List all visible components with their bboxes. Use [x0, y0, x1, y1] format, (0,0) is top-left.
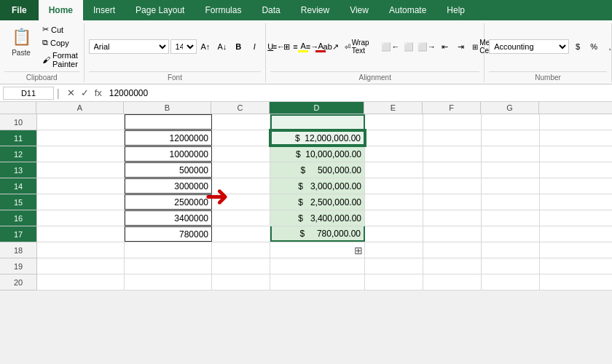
cell-e15[interactable] — [365, 194, 423, 210]
paste-options-icon[interactable]: ⊞ — [354, 245, 363, 256]
row-num-13[interactable]: 13 — [0, 162, 36, 178]
orientation-button[interactable]: ab↗ — [322, 39, 340, 54]
col-header-f[interactable]: F — [423, 102, 481, 114]
row-num-14[interactable]: 14 — [0, 178, 36, 194]
col-header-a[interactable]: A — [36, 102, 124, 114]
tab-file[interactable]: File — [0, 0, 39, 20]
col-header-c[interactable]: C — [211, 102, 270, 114]
indent-increase-button[interactable]: ⇥ — [453, 39, 468, 54]
align-top-right-button[interactable]: ≡→ — [304, 39, 320, 54]
cell-f18[interactable] — [423, 242, 482, 258]
cell-b13[interactable]: 500000 — [125, 162, 212, 178]
align-center-button[interactable]: ⬜ — [401, 39, 416, 54]
cell-d18[interactable]: ⊞ — [270, 242, 365, 258]
cell-d15[interactable]: $ 2,500,000.00 — [270, 194, 365, 210]
cell-c12[interactable] — [212, 146, 270, 162]
row-num-10[interactable]: 10 — [0, 114, 36, 130]
cell-d11[interactable]: $ 12,000,000.00 — [270, 130, 365, 146]
col-header-g[interactable]: G — [481, 102, 539, 114]
cell-d20[interactable] — [270, 274, 365, 290]
cell-g18[interactable] — [482, 242, 540, 258]
cell-b17[interactable]: 780000 — [125, 226, 212, 242]
cell-f19[interactable] — [423, 258, 482, 274]
paste-button[interactable]: 📋 Paste — [4, 23, 38, 59]
row-num-20[interactable]: 20 — [0, 274, 36, 290]
cell-d19[interactable] — [270, 258, 365, 274]
cell-a20[interactable] — [37, 274, 125, 290]
row-num-12[interactable]: 12 — [0, 146, 36, 162]
cell-e16[interactable] — [365, 210, 423, 226]
row-num-15[interactable]: 15 — [0, 194, 36, 210]
align-left-button[interactable]: ⬜← — [381, 39, 400, 54]
cell-b10[interactable] — [125, 114, 212, 130]
cell-g11[interactable] — [482, 130, 540, 146]
cell-f12[interactable] — [423, 146, 482, 162]
cell-reference-input[interactable] — [3, 87, 54, 100]
cell-b11[interactable]: 12000000 — [125, 130, 212, 146]
cell-f11[interactable] — [423, 130, 482, 146]
number-format-select[interactable]: Accounting General Number Currency Perce… — [489, 39, 569, 54]
insert-function-icon[interactable]: fx — [93, 87, 103, 98]
shrink-font-button[interactable]: A↓ — [214, 39, 230, 54]
cell-g15[interactable] — [482, 194, 540, 210]
cell-e10[interactable] — [365, 114, 423, 130]
cell-f13[interactable] — [423, 162, 482, 178]
cell-b20[interactable] — [125, 274, 212, 290]
row-num-18[interactable]: 18 — [0, 242, 36, 258]
italic-button[interactable]: I — [247, 39, 262, 54]
cell-a14[interactable] — [37, 178, 125, 194]
tab-formulas[interactable]: Formulas — [195, 0, 251, 20]
comma-button[interactable]: , — [603, 39, 612, 54]
cell-a19[interactable] — [37, 258, 125, 274]
tab-home[interactable]: Home — [39, 0, 83, 20]
cell-f14[interactable] — [423, 178, 482, 194]
tab-insert[interactable]: Insert — [83, 0, 125, 20]
cell-f16[interactable] — [423, 210, 482, 226]
cell-d10[interactable] — [270, 114, 365, 130]
wrap-text-button[interactable]: ⏎ Wrap Text — [342, 37, 380, 56]
cell-c18[interactable] — [212, 242, 270, 258]
row-num-11[interactable]: 11 — [0, 130, 36, 146]
row-num-17[interactable]: 17 — [0, 226, 36, 242]
cell-g14[interactable] — [482, 178, 540, 194]
cell-a13[interactable] — [37, 162, 125, 178]
cell-g17[interactable] — [482, 226, 540, 242]
cell-g16[interactable] — [482, 210, 540, 226]
row-num-16[interactable]: 16 — [0, 210, 36, 226]
tab-data[interactable]: Data — [251, 0, 290, 20]
cell-b12[interactable]: 10000000 — [125, 146, 212, 162]
cell-b16[interactable]: 3400000 — [125, 210, 212, 226]
col-header-e[interactable]: E — [364, 102, 423, 114]
cell-c19[interactable] — [212, 258, 270, 274]
align-right-button[interactable]: ⬜→ — [417, 39, 436, 54]
copy-button[interactable]: ⧉ Copy — [39, 36, 81, 49]
cell-e17[interactable] — [365, 226, 423, 242]
cell-a17[interactable] — [37, 226, 125, 242]
confirm-formula-icon[interactable]: ✓ — [79, 87, 90, 98]
formula-input[interactable] — [109, 88, 609, 98]
format-painter-button[interactable]: 🖌 Format Painter — [39, 50, 81, 70]
cell-e18[interactable] — [365, 242, 423, 258]
cell-a15[interactable] — [37, 194, 125, 210]
grow-font-button[interactable]: A↑ — [198, 39, 213, 54]
cell-e19[interactable] — [365, 258, 423, 274]
tab-view[interactable]: View — [340, 0, 379, 20]
cell-f15[interactable] — [423, 194, 482, 210]
col-header-b[interactable]: B — [124, 102, 211, 114]
tab-review[interactable]: Review — [291, 0, 340, 20]
font-name-select[interactable]: Arial — [89, 39, 169, 54]
cell-c11[interactable] — [212, 130, 270, 146]
cancel-formula-icon[interactable]: ✕ — [66, 87, 76, 98]
cell-d14[interactable]: $ 3,000,000.00 — [270, 178, 365, 194]
cell-e11[interactable] — [365, 130, 423, 146]
row-num-19[interactable]: 19 — [0, 258, 36, 274]
cut-button[interactable]: ✂ Cut — [39, 23, 81, 36]
cell-d13[interactable]: $ 500,000.00 — [270, 162, 365, 178]
cell-g19[interactable] — [482, 258, 540, 274]
tab-automate[interactable]: Automate — [379, 0, 436, 20]
cell-g20[interactable] — [482, 274, 540, 290]
cell-c10[interactable] — [212, 114, 270, 130]
cell-b15[interactable]: 2500000 — [125, 194, 212, 210]
cell-d12[interactable]: $ 10,000,000.00 — [270, 146, 365, 162]
cell-f17[interactable] — [423, 226, 482, 242]
